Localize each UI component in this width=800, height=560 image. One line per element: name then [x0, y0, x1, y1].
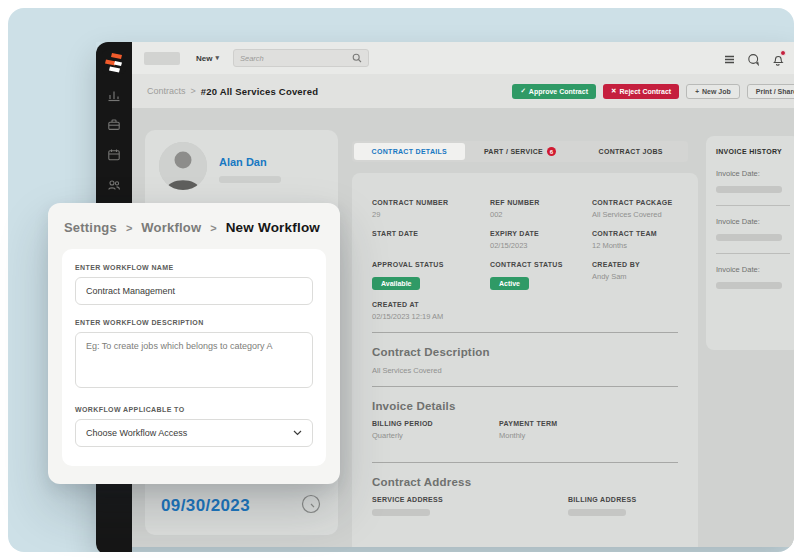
tabs: CONTRACT DETAILS PART / SERVICE 6 CONTRA…	[352, 141, 688, 162]
new-workflow-modal: Settings > Workflow > New Workflow ENTER…	[48, 203, 340, 484]
tab-part-service[interactable]: PART / SERVICE 6	[465, 143, 576, 160]
chat-icon[interactable]	[747, 52, 760, 65]
placeholder-block	[144, 52, 180, 65]
brand-logo-icon[interactable]	[102, 50, 126, 74]
workflow-access-value: Choose Workflow Access	[86, 428, 187, 438]
modal-breadcrumb-settings[interactable]: Settings	[64, 220, 117, 235]
contract-actions: ✓ Approve Contract ✕ Reject Contract + N…	[512, 84, 794, 99]
field-ref-number: REF NUMBER 002	[490, 199, 592, 219]
invoice-fields-grid: BILLING PERIOD Quarterly PAYMENT TERM Mo…	[372, 420, 678, 451]
workflow-description-label: ENTER WORKFLOW DESCRIPTION	[75, 319, 313, 326]
bar-chart-icon[interactable]	[107, 88, 121, 102]
invoice-history-item: Invoice Date:	[716, 169, 790, 193]
new-workflow-form: ENTER WORKFLOW NAME ENTER WORKFLOW DESCR…	[62, 249, 326, 466]
print-share-label: Print / Share	[756, 88, 794, 95]
chevron-down-icon: ▾	[215, 54, 219, 62]
check-icon: ✓	[520, 87, 525, 95]
contract-fields-grid: CONTRACT NUMBER 29 REF NUMBER 002 CONTRA…	[372, 199, 678, 301]
workflow-description-textarea[interactable]	[75, 332, 313, 388]
invoice-history-item: Invoice Date:	[716, 217, 790, 241]
field-payment-term: PAYMENT TERM Monthly	[499, 420, 678, 440]
field-expiry-date: EXPIRY DATE 02/15/2023	[490, 230, 592, 250]
tab-contract-details[interactable]: CONTRACT DETAILS	[354, 143, 465, 160]
placeholder-bar	[568, 509, 626, 516]
divider	[716, 205, 790, 206]
workflow-access-select[interactable]: Choose Workflow Access	[75, 419, 313, 447]
field-billing-address: BILLING ADDRESS	[568, 496, 678, 516]
workflow-name-input[interactable]	[75, 277, 313, 305]
tab-contract-details-label: CONTRACT DETAILS	[372, 148, 447, 155]
briefcase-icon[interactable]	[107, 118, 121, 132]
reject-contract-button[interactable]: ✕ Reject Contract	[603, 84, 679, 99]
section-title-invoice: Invoice Details	[372, 400, 678, 412]
modal-breadcrumb-workflow[interactable]: Workflow	[141, 220, 201, 235]
section-title-address: Contract Address	[372, 476, 678, 488]
field-approval-status: APPROVAL STATUS Available	[372, 261, 490, 290]
customer-name: Alan Dan	[219, 156, 267, 168]
status-badge: Available	[372, 277, 420, 290]
breadcrumb-separator: >	[210, 222, 216, 234]
new-job-label: New Job	[702, 88, 731, 95]
tab-part-service-label: PART / SERVICE	[484, 148, 543, 155]
invoice-history-item: Invoice Date:	[716, 265, 790, 289]
avatar	[159, 142, 207, 190]
search-input[interactable]: Search	[233, 49, 369, 67]
clock-icon[interactable]	[300, 493, 322, 519]
field-contract-number: CONTRACT NUMBER 29	[372, 199, 490, 219]
divider	[372, 386, 678, 387]
invoice-history-title: INVOICE HISTORY	[716, 148, 790, 155]
count-badge: 6	[547, 147, 556, 156]
breadcrumb-separator: >	[191, 86, 196, 96]
invoice-history-panel: INVOICE HISTORY Invoice Date: Invoice Da…	[706, 136, 794, 350]
plus-icon: +	[695, 88, 699, 95]
contract-date: 09/30/2023	[161, 496, 250, 516]
status-badge: Active	[490, 277, 529, 290]
cross-icon: ✕	[611, 87, 616, 95]
tab-contract-jobs[interactable]: CONTRACT JOBS	[575, 143, 686, 160]
tab-contract-jobs-label: CONTRACT JOBS	[599, 148, 663, 155]
topbar-icons	[723, 52, 790, 65]
field-created-by: CREATED BY Andy Sam	[592, 261, 678, 290]
reject-contract-label: Reject Contract	[619, 88, 671, 95]
contract-date-row: 09/30/2023	[161, 493, 322, 519]
chevron-down-icon	[293, 428, 302, 438]
breadcrumb-bar: Contracts > #20 All Services Covered ✓ A…	[132, 74, 794, 108]
placeholder-bar	[716, 234, 782, 241]
placeholder-bar	[372, 509, 430, 516]
field-created-at: CREATED AT 02/15/2023 12:19 AM	[372, 301, 678, 321]
field-billing-period: BILLING PERIOD Quarterly	[372, 420, 499, 440]
notification-dot	[780, 50, 786, 56]
contract-description-text: All Services Covered	[372, 366, 678, 375]
address-fields-grid: SERVICE ADDRESS BILLING ADDRESS	[372, 496, 678, 527]
divider	[372, 462, 678, 463]
contract-details-panel: CONTRACT NUMBER 29 REF NUMBER 002 CONTRA…	[352, 173, 698, 547]
field-service-address: SERVICE ADDRESS	[372, 496, 568, 516]
calendar-icon[interactable]	[107, 148, 121, 162]
workflow-name-label: ENTER WORKFLOW NAME	[75, 264, 313, 271]
field-contract-status: CONTRACT STATUS Active	[490, 261, 592, 290]
users-icon[interactable]	[107, 178, 121, 192]
print-share-button[interactable]: Print / Share	[747, 84, 794, 99]
page-title: #20 All Services Covered	[201, 86, 318, 97]
approve-contract-label: Approve Contract	[529, 88, 588, 95]
modal-breadcrumb-current: New Workflow	[226, 220, 320, 235]
approve-contract-button[interactable]: ✓ Approve Contract	[512, 84, 596, 99]
topbar: New ▾ Search	[132, 42, 794, 74]
modal-breadcrumb: Settings > Workflow > New Workflow	[48, 203, 340, 245]
breadcrumb-separator: >	[126, 222, 132, 234]
search-icon	[352, 49, 362, 67]
breadcrumb-contracts-link[interactable]: Contracts	[147, 86, 186, 96]
search-placeholder: Search	[240, 54, 264, 63]
divider	[372, 332, 678, 333]
screenshot-canvas: New ▾ Search	[0, 0, 800, 560]
field-start-date: START DATE	[372, 230, 490, 250]
new-dropdown-label: New	[196, 54, 212, 63]
workflow-access-label: WORKFLOW APPLICABLE TO	[75, 406, 313, 413]
field-contract-team: CONTRACT TEAM 12 Months	[592, 230, 678, 250]
menu-icon[interactable]	[723, 52, 736, 65]
new-dropdown[interactable]: New ▾	[196, 54, 219, 63]
bell-icon[interactable]	[771, 52, 784, 65]
divider	[716, 253, 790, 254]
placeholder-bar	[716, 186, 782, 193]
new-job-button[interactable]: + New Job	[686, 84, 740, 99]
